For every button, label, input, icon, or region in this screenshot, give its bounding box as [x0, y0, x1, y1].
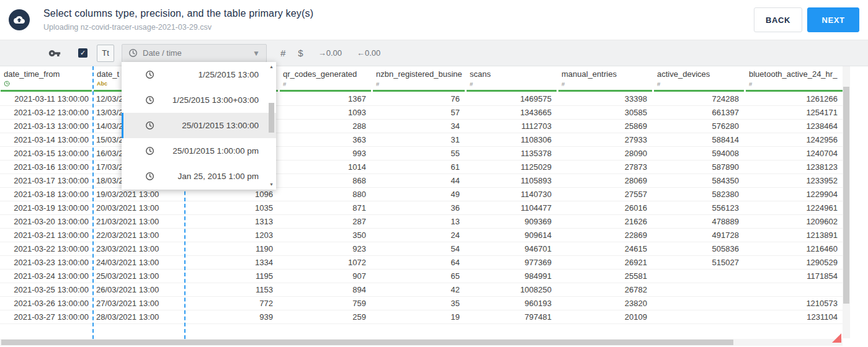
table-cell: 1140730 — [466, 188, 558, 201]
column-header-bluetooth_active_24_hr_[interactable]: bluetooth_active_24_hr_# — [745, 66, 844, 92]
column-quality-bar — [558, 90, 652, 92]
table-cell — [653, 297, 745, 310]
table-cell: 907 — [279, 270, 372, 283]
table-cell: 1195 — [186, 270, 279, 283]
column-quality-bar — [373, 90, 465, 92]
table-cell: 2021-03-17 13:00:00 — [0, 174, 93, 187]
table-row: 2021-03-27 13:00:0028/03/2021 13:0093925… — [0, 310, 844, 324]
table-cell: 894 — [279, 283, 372, 296]
date-format-option[interactable]: 25/01/2015 13:00:00 — [122, 113, 276, 138]
column-header-manual_entries[interactable]: manual_entries# — [558, 66, 653, 92]
column-quality-bar — [654, 90, 744, 92]
clock-icon — [128, 48, 138, 58]
dropdown-scrollbar[interactable]: ▲ ▼ — [267, 63, 275, 188]
table-cell: 22/03/2021 13:00 — [93, 229, 186, 242]
table-cell: 1233952 — [745, 174, 844, 187]
table-cell: 2021-03-19 13:00:00 — [0, 201, 93, 214]
column-header-scans[interactable]: scans# — [466, 66, 558, 92]
table-cell: 33398 — [558, 92, 653, 105]
table-cell: 984991 — [466, 270, 558, 283]
table-cell: 491728 — [653, 229, 745, 242]
table-cell: 23820 — [558, 297, 653, 310]
next-button[interactable]: NEXT — [807, 7, 859, 32]
table-cell: 1072 — [279, 256, 372, 269]
table-cell: 27/03/2021 13:00 — [93, 297, 186, 310]
horizontal-scrollbar-thumb[interactable] — [1, 340, 733, 345]
table-cell: 1238464 — [745, 120, 844, 133]
clock-icon — [145, 172, 154, 181]
table-cell: 28/03/2021 13:00 — [93, 310, 186, 323]
table-cell: 939 — [186, 310, 279, 323]
increase-decimal-button[interactable]: →0.00 — [318, 48, 342, 58]
table-cell: 505836 — [653, 242, 745, 255]
datetime-type-icon — [4, 81, 91, 88]
table-cell: 26782 — [558, 283, 653, 296]
text-type-button[interactable]: Tt — [97, 45, 114, 62]
currency-type-button[interactable]: $ — [298, 48, 303, 58]
table-row: 2021-03-22 13:00:0023/03/2021 13:0011909… — [0, 242, 844, 256]
column-name: qr_codes_generated — [283, 69, 370, 79]
table-cell: 259 — [279, 310, 372, 323]
table-cell: 42 — [372, 283, 466, 296]
table-cell: 1153 — [186, 283, 279, 296]
table-cell: 923 — [279, 242, 372, 255]
table-cell: 25/03/2021 13:00 — [93, 270, 186, 283]
table-cell: 960193 — [466, 297, 558, 310]
table-cell: 20109 — [558, 310, 653, 323]
option-label: 25/01/2015 13:00:00 — [146, 121, 259, 130]
table-cell: 587890 — [653, 160, 745, 174]
dropdown-scrollbar-thumb[interactable] — [269, 103, 274, 133]
datetime-format-select[interactable]: Date / time ▼ — [122, 44, 267, 63]
table-cell: 2021-03-20 13:00:00 — [0, 215, 93, 228]
number-type-button[interactable]: # — [280, 48, 285, 58]
table-cell: 2021-03-16 13:00:00 — [0, 160, 93, 174]
column-header-active_devices[interactable]: active_devices# — [653, 66, 745, 92]
table-cell: 1254171 — [745, 106, 844, 119]
column-name: nzbn_registered_busine — [376, 69, 463, 79]
boolean-type-checkbox[interactable]: ✓ — [78, 48, 87, 58]
table-row: 2021-03-24 13:00:0025/03/2021 13:0011959… — [0, 270, 844, 283]
column-name: active_devices — [657, 69, 743, 79]
date-format-option[interactable]: 1/25/2015 13:00+03:00 — [122, 87, 276, 113]
table-cell: 1229904 — [745, 188, 844, 201]
date-format-option[interactable]: 1/25/2015 13:00 — [122, 62, 276, 87]
table-cell — [653, 270, 745, 283]
table-cell: 24 — [372, 229, 466, 242]
table-cell: 1125029 — [466, 160, 558, 174]
back-button[interactable]: BACK — [754, 7, 802, 32]
table-cell: 55 — [372, 147, 466, 160]
date-format-option[interactable]: 25/01/2015 1:00:00 pm — [122, 138, 276, 164]
table-cell: 2021-03-25 13:00:00 — [0, 283, 93, 296]
column-quality-bar — [746, 90, 843, 92]
decrease-decimal-button[interactable]: ←0.00 — [357, 48, 380, 58]
table-cell: 946701 — [466, 242, 558, 255]
table-cell: 1334 — [186, 256, 279, 269]
table-cell: 25869 — [558, 120, 653, 133]
column-header-qr_codes_generated[interactable]: qr_codes_generated# — [279, 66, 372, 92]
table-cell — [653, 283, 745, 296]
table-cell: 909369 — [466, 215, 558, 228]
vertical-scrollbar-thumb[interactable] — [843, 87, 849, 304]
table-cell: 22869 — [558, 229, 653, 242]
scroll-down-arrow-icon[interactable]: ▼ — [267, 181, 275, 188]
column-header-nzbn_registered_busine[interactable]: nzbn_registered_busine# — [372, 66, 466, 92]
column-name: date_time_from — [4, 69, 91, 79]
table-cell: 2021-03-22 13:00:00 — [0, 242, 93, 255]
table-cell — [745, 283, 844, 296]
column-header-date_time_from[interactable]: date_time_from — [0, 66, 93, 92]
horizontal-scrollbar[interactable] — [0, 339, 843, 346]
table-cell: 1213891 — [745, 229, 844, 242]
table-cell: 34 — [372, 120, 466, 133]
table-cell: 30585 — [558, 106, 653, 119]
clock-icon — [145, 70, 154, 79]
option-label: 1/25/2015 13:00 — [146, 70, 259, 79]
primary-key-icon[interactable] — [48, 47, 61, 59]
table-cell — [653, 310, 745, 323]
date-format-option[interactable]: Jan 25, 2015 1:00 pm — [122, 164, 276, 189]
table-cell: 21/03/2021 13:00 — [93, 215, 186, 228]
vertical-scrollbar[interactable] — [843, 66, 850, 338]
table-cell: 26/03/2021 13:00 — [93, 283, 186, 296]
table-cell: 1224961 — [745, 201, 844, 214]
scroll-up-arrow-icon[interactable]: ▲ — [267, 63, 275, 71]
table-cell: 1104477 — [466, 201, 558, 214]
